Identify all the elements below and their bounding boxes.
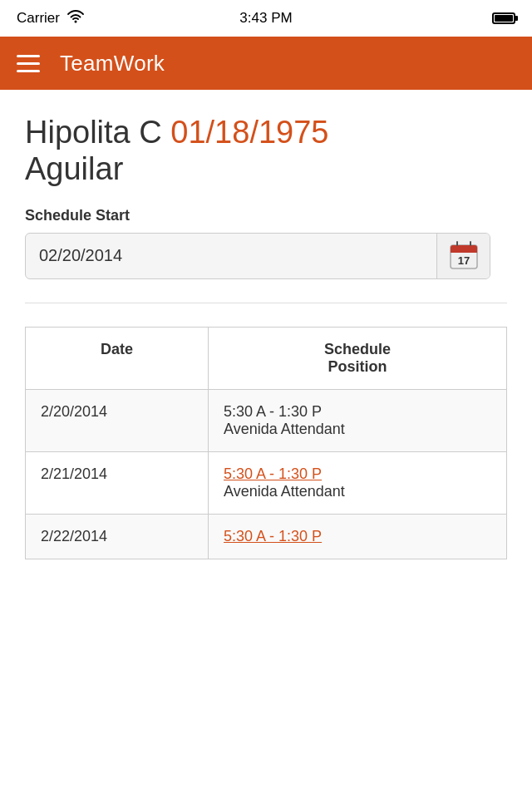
table-cell-date: 2/21/2014 <box>26 451 209 514</box>
calendar-icon: 17 <box>449 241 479 271</box>
col-header-schedule-position: SchedulePosition <box>209 327 507 389</box>
svg-text:17: 17 <box>457 254 469 267</box>
schedule-time-link[interactable]: 5:30 A - 1:30 P <box>224 466 322 482</box>
person-name-dob-line: Hipolita C 01/18/1975 <box>25 115 507 151</box>
person-first-name: Hipolita C <box>25 115 162 150</box>
col-header-schedule-label: SchedulePosition <box>324 341 391 375</box>
table-cell-date: 2/20/2014 <box>26 389 209 451</box>
navbar: TeamWork <box>0 37 532 90</box>
hamburger-line-2 <box>17 62 40 65</box>
table-cell-date: 2/22/2014 <box>26 514 209 559</box>
table-header-row: Date SchedulePosition <box>26 327 507 389</box>
schedule-position: Avenida Attendant <box>224 483 491 500</box>
app-title: TeamWork <box>60 51 165 76</box>
schedule-start-date-input[interactable] <box>26 246 436 265</box>
table-cell-schedule[interactable]: 5:30 A - 1:30 P <box>209 514 507 559</box>
carrier-label: Carrier <box>17 10 60 27</box>
section-divider <box>25 303 507 303</box>
calendar-picker-button[interactable]: 17 <box>436 234 490 278</box>
col-header-date: Date <box>26 327 209 389</box>
table-row: 2/22/20145:30 A - 1:30 P <box>26 514 507 559</box>
wifi-icon <box>66 10 85 27</box>
schedule-start-label: Schedule Start <box>25 207 507 224</box>
table-cell-schedule[interactable]: 5:30 A - 1:30 PAvenida Attendant <box>209 451 507 514</box>
table-row: 2/21/20145:30 A - 1:30 PAvenida Attendan… <box>26 451 507 514</box>
status-time: 3:43 PM <box>239 10 292 27</box>
status-battery <box>492 12 515 24</box>
status-bar: Carrier 3:43 PM <box>0 0 532 37</box>
date-input-wrapper[interactable]: 17 <box>25 233 490 279</box>
schedule-time[interactable]: 5:30 A - 1:30 P <box>224 466 491 483</box>
hamburger-menu-button[interactable] <box>17 55 40 72</box>
hamburger-line-3 <box>17 70 40 72</box>
svg-rect-2 <box>451 249 477 253</box>
status-carrier: Carrier <box>17 10 85 27</box>
hamburger-line-1 <box>17 55 40 57</box>
schedule-time-link[interactable]: 5:30 A - 1:30 P <box>224 528 322 544</box>
person-header: Hipolita C 01/18/1975 Aguilar <box>25 115 507 187</box>
table-cell-schedule: 5:30 A - 1:30 PAvenida Attendant <box>209 389 507 451</box>
main-content: Hipolita C 01/18/1975 Aguilar Schedule S… <box>0 90 532 576</box>
person-last-name: Aguilar <box>25 151 507 187</box>
person-dob: 01/18/1975 <box>170 115 328 150</box>
schedule-time[interactable]: 5:30 A - 1:30 P <box>224 528 491 545</box>
schedule-time: 5:30 A - 1:30 P <box>224 403 491 421</box>
battery-icon <box>492 12 515 24</box>
table-row: 2/20/20145:30 A - 1:30 PAvenida Attendan… <box>26 389 507 451</box>
schedule-table: Date SchedulePosition 2/20/20145:30 A - … <box>25 327 507 559</box>
schedule-start-section: Schedule Start 17 <box>25 207 507 279</box>
schedule-position: Avenida Attendant <box>224 421 491 438</box>
